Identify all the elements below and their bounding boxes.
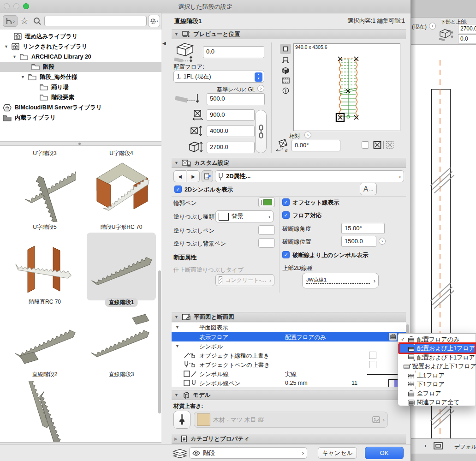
- tree-item-stairs-overseas[interactable]: ▼ 階段_海外仕様: [0, 72, 161, 82]
- table-row-symbol-pen[interactable]: シンボル線ペン 0.25 mm 11: [172, 378, 406, 387]
- break-angle-field[interactable]: 15.00°: [341, 223, 385, 234]
- menu-item-all-relevant-floors[interactable]: 関連フロア全て: [398, 398, 476, 407]
- pen-override-checkbox[interactable]: [369, 361, 376, 368]
- thumbnail-image[interactable]: [90, 157, 155, 222]
- menu-item-current-and-one-up[interactable]: ▲ 配置および上1フロア: [398, 344, 476, 353]
- section-custom-settings[interactable]: ▼ カスタム設定: [172, 158, 406, 168]
- table-row-show-on-stories[interactable]: 表示フロア 配置フロアのみ ›: [172, 332, 406, 341]
- menu-item-current-only[interactable]: ✓ 配置フロアのみ: [398, 335, 476, 344]
- fill-type-dropdown[interactable]: 背景 ›: [215, 210, 274, 222]
- relative-chevron[interactable]: ›: [304, 132, 311, 138]
- mirror-alt-icon[interactable]: [386, 141, 394, 149]
- top-offset-field[interactable]: 2700.0: [458, 24, 476, 33]
- thumbnail-image[interactable]: [14, 160, 76, 222]
- section-floorplan[interactable]: ▼ 平面図と断面図: [172, 312, 406, 322]
- page-selector-dropdown[interactable]: 2D属性... ›: [215, 170, 404, 182]
- table-row-pen-override[interactable]: オブジェクトペンの上書き: [172, 360, 406, 370]
- layer-dropdown[interactable]: 階段 ›: [189, 447, 307, 459]
- story-offset-field[interactable]: 0.0: [203, 46, 264, 58]
- trackpad-icon[interactable]: [434, 442, 443, 449]
- upper-linetype-dropdown[interactable]: JW点線1 ›: [302, 273, 379, 288]
- tree-item-embedded[interactable]: 埋め込みライブラリ: [0, 31, 161, 42]
- collapse-panel-icon[interactable]: ◀: [162, 41, 166, 46]
- thumbnail-image[interactable]: [12, 310, 76, 370]
- fill-bg-pen-swatch[interactable]: [258, 238, 275, 248]
- tree-item-stairs[interactable]: 階段: [0, 62, 161, 72]
- table-group-row[interactable]: ▼ シンボル: [172, 341, 406, 351]
- stepper-icon[interactable]: ▲▼: [255, 72, 262, 82]
- show-2d-symbol-checkbox[interactable]: ✓: [174, 186, 182, 193]
- section-preview-position[interactable]: ▼ プレビューと位置: [172, 29, 406, 39]
- mirror-checkbox[interactable]: [362, 141, 369, 149]
- base-level-chevron[interactable]: ›: [257, 85, 264, 92]
- next-page-button[interactable]: ▶: [187, 170, 200, 182]
- home-story-select[interactable]: 1. 1FL (現在) ▲▼: [173, 71, 264, 83]
- fill-pen-swatch[interactable]: [258, 225, 275, 235]
- width-field[interactable]: 900.0: [207, 109, 255, 121]
- thumb-label[interactable]: U字階段4: [109, 150, 133, 157]
- linetype-override-checkbox[interactable]: [369, 352, 376, 359]
- thumb-label[interactable]: 直線階段2: [32, 371, 58, 378]
- finish-fill-dropdown[interactable]: コンクリート-… ›: [215, 274, 274, 286]
- paintbrush-button[interactable]: [173, 411, 190, 429]
- tree-item-builtin[interactable]: 内蔵ライブラリ: [0, 113, 161, 123]
- thumb-label-selected[interactable]: 直線階段1: [105, 298, 138, 307]
- table-group-row[interactable]: ▼ 平面図表示: [172, 323, 406, 332]
- menu-item-current-and-one-up-down[interactable]: ▲▼ 配置および上下1フロア: [398, 362, 476, 371]
- bottom-offset-field[interactable]: 0.0: [458, 34, 476, 43]
- tree-item-archicad-library[interactable]: ▼ ARCHICAD Library 20: [0, 52, 161, 62]
- preview-mode-front-button[interactable]: [280, 55, 291, 65]
- section-model[interactable]: ▼ モデル: [172, 390, 406, 400]
- thumbnail-scrollbar[interactable]: [158, 270, 161, 413]
- tree-item-landing[interactable]: 踊り場: [0, 82, 161, 92]
- preview-info-button[interactable]: [280, 86, 291, 95]
- floor-link-checkbox[interactable]: ✓: [282, 211, 290, 219]
- thumbnail-selected-bg[interactable]: [87, 233, 156, 300]
- statusbar-chevron[interactable]: ›: [424, 443, 426, 449]
- layers-icon[interactable]: [173, 448, 187, 459]
- section-categories[interactable]: ▶ カテゴリとプロパティ: [172, 434, 406, 444]
- break-position-chevron[interactable]: ›: [379, 238, 386, 245]
- tree-item-linked[interactable]: ▼ リンクされたライブラリ: [0, 42, 161, 52]
- thumb-label[interactable]: U字階段3: [33, 150, 56, 157]
- rotation-angle-field[interactable]: 0.00°: [292, 140, 340, 151]
- disclosure-icon[interactable]: ▼: [4, 44, 8, 49]
- thumbnail-image[interactable]: [14, 236, 74, 298]
- preview-mode-animation-button[interactable]: [280, 76, 291, 85]
- menu-item-one-up[interactable]: ↑ 上1フロア: [398, 371, 476, 380]
- thumb-label[interactable]: U字階段5: [33, 223, 56, 231]
- thumb-label[interactable]: 階段U字形RC 70: [101, 223, 143, 231]
- height-field[interactable]: 2700.0: [207, 142, 255, 153]
- tree-item-stair-elements[interactable]: 階段要素: [0, 92, 161, 102]
- preview-canvas[interactable]: 940.0 x 4305.6: [293, 43, 400, 131]
- show-above-break-checkbox[interactable]: ✓: [282, 251, 290, 258]
- preview-mode-2d-button[interactable]: [280, 44, 291, 54]
- mirror-state-icon[interactable]: [373, 141, 381, 149]
- panel-splitter[interactable]: [0, 141, 161, 146]
- story-chevron-button[interactable]: ›: [429, 23, 436, 30]
- transfer-settings-button[interactable]: [202, 170, 213, 182]
- dialog-titlebar[interactable]: 選択した階段の設定: [0, 0, 411, 13]
- cancel-button[interactable]: キャンセル: [318, 447, 357, 459]
- break-position-field[interactable]: 1500.0: [341, 236, 376, 247]
- table-row-symbol-line[interactable]: シンボル線 実線: [172, 369, 406, 379]
- ok-button[interactable]: OK: [365, 447, 404, 459]
- thumb-label[interactable]: 直線階段3: [109, 371, 134, 378]
- chain-link-button[interactable]: [255, 110, 267, 153]
- story-option-icon-button[interactable]: [389, 333, 397, 341]
- prev-page-button[interactable]: ◀: [173, 170, 186, 182]
- menu-item-current-and-one-down[interactable]: ▼ 配置および下1フロア: [398, 353, 476, 362]
- contour-pen-swatch[interactable]: [258, 198, 275, 207]
- offset-lines-checkbox[interactable]: ✓: [282, 198, 290, 206]
- preview-mode-3d-button[interactable]: [280, 66, 291, 75]
- base-offset-field[interactable]: 500.0: [207, 93, 265, 105]
- length-field[interactable]: 4000.0: [207, 126, 255, 137]
- menu-item-one-down[interactable]: ↓ 下1フロア: [398, 380, 476, 389]
- thumbnail-image[interactable]: [12, 381, 76, 443]
- tree-item-bimcloud[interactable]: BIMcloud/BIM Serverライブラリ: [0, 102, 161, 113]
- table-row-linetype-override[interactable]: オブジェクト線種の上書き: [172, 351, 406, 360]
- thumbnail-image[interactable]: [90, 310, 155, 370]
- menu-item-all-floors[interactable]: 全フロア: [398, 389, 476, 398]
- thumb-label[interactable]: 階段直RC 70: [29, 298, 61, 306]
- font-button[interactable]: A …: [360, 183, 377, 195]
